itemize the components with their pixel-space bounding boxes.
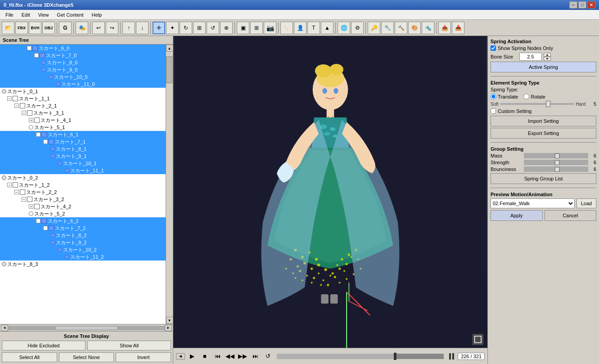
tree-item[interactable]: スカート_11_0 — [0, 81, 166, 88]
tree-item[interactable]: スカート_9_0 — [0, 66, 166, 73]
tree-item[interactable]: − スカート_1_2 — [0, 181, 166, 189]
vertical-scrollbar[interactable]: ▲ ▼ — [166, 45, 173, 324]
show-spring-nodes-checkbox[interactable] — [491, 45, 496, 51]
tree-item[interactable]: − スカート_7_0 — [0, 52, 166, 59]
bone-size-input[interactable] — [519, 53, 542, 61]
toolbar-obj[interactable]: OBJ — [42, 22, 55, 34]
show-all-button[interactable]: Show All — [87, 341, 171, 351]
close-button[interactable]: ✕ — [587, 1, 595, 9]
bone-size-down[interactable]: ▼ — [544, 57, 551, 61]
toolbar-move[interactable]: ↑ — [122, 22, 135, 34]
toolbar-fbx[interactable]: FBX — [15, 22, 28, 34]
expand-icon[interactable]: − — [43, 226, 48, 230]
tree-item[interactable]: スカート_10_2 — [0, 246, 166, 253]
bounciness-thumb[interactable] — [555, 167, 559, 172]
toolbar-down[interactable]: ↓ — [136, 22, 149, 34]
toolbar-reset[interactable]: ↺ — [207, 22, 219, 34]
strength-thumb[interactable] — [555, 160, 559, 165]
toolbar-bvh[interactable]: BVH — [29, 22, 41, 34]
playback-start-btn[interactable]: ◄ — [176, 353, 185, 360]
bone-size-up[interactable]: ▲ — [544, 53, 551, 57]
menu-view[interactable]: View — [35, 11, 53, 18]
scroll-track[interactable] — [166, 52, 173, 317]
tree-item[interactable]: スカート_9_2 — [0, 239, 166, 246]
menu-edit[interactable]: Edit — [18, 11, 34, 18]
viewport[interactable]: Render: Quick Shader Visible Faces Count… — [173, 36, 487, 348]
hscroll-track[interactable] — [8, 326, 165, 330]
tree-item[interactable]: − スカート_7_1 — [0, 138, 166, 145]
next-frame-btn[interactable]: ⏭ — [250, 351, 261, 361]
timeline-track[interactable] — [277, 354, 444, 359]
expand-icon[interactable]: − — [7, 183, 12, 187]
softhard-slider-container[interactable] — [500, 100, 574, 108]
toolbar-select-active[interactable]: ✛ — [153, 22, 165, 34]
mass-slider[interactable] — [524, 153, 588, 158]
cancel-button[interactable]: Cancel — [545, 210, 597, 221]
toolbar-open[interactable]: 📂 — [2, 22, 14, 34]
toolbar-export1[interactable]: 📤 — [438, 22, 451, 34]
tree-item[interactable]: スカート_8_1 — [0, 145, 166, 153]
expand-icon[interactable]: − — [43, 139, 48, 144]
toolbar-motion[interactable]: 🎭 — [76, 22, 88, 34]
play-button[interactable]: ▶ — [187, 351, 198, 361]
toolbar-tool1[interactable]: ⚙ — [351, 22, 364, 34]
toolbar-g[interactable]: G — [59, 22, 72, 34]
tree-item[interactable]: + スカート_4_1 — [0, 117, 166, 124]
toolbar-camera[interactable]: 📷 — [264, 22, 276, 34]
toolbar-color[interactable]: 🎨 — [408, 22, 421, 34]
toolbar-key[interactable]: 🔑 — [368, 22, 380, 34]
toolbar-tool3[interactable]: 🔨 — [395, 22, 407, 34]
menu-get-content[interactable]: Get Content — [53, 11, 87, 18]
toolbar-box[interactable]: ▣ — [237, 22, 249, 34]
expand-icon[interactable]: − — [22, 111, 26, 115]
hscroll-thumb[interactable] — [55, 326, 117, 330]
tree-item[interactable]: スカート_10_1 — [0, 160, 166, 167]
expand-icon[interactable]: − — [27, 46, 32, 50]
expand-icon[interactable]: + — [29, 118, 33, 122]
scroll-up-btn[interactable]: ▲ — [166, 45, 173, 52]
timeline-thumb[interactable] — [394, 353, 396, 360]
bounciness-slider[interactable] — [524, 166, 588, 172]
tree-item[interactable]: スカート_10_0 — [0, 73, 166, 81]
tree-item[interactable]: スカート_0_2 — [0, 174, 166, 181]
toolbar-tool2[interactable]: 🔧 — [381, 22, 394, 34]
custom-setting-checkbox[interactable] — [491, 108, 496, 114]
tree-item[interactable]: − スカート_6_1 — [0, 131, 166, 138]
rotate-option[interactable]: Rotate — [523, 94, 545, 99]
select-none-button[interactable]: Select None — [59, 352, 114, 362]
menu-file[interactable]: File — [2, 11, 17, 18]
scroll-thumb[interactable] — [166, 56, 172, 83]
rotate-radio[interactable] — [523, 94, 529, 99]
prev-frame-btn[interactable]: ⏮ — [212, 351, 223, 361]
tree-item[interactable]: − スカート_7_2 — [0, 225, 166, 232]
toolbar-grid[interactable]: ⊞ — [250, 22, 263, 34]
tree-item[interactable]: − スカート_3_2 — [0, 196, 166, 203]
maximize-button[interactable]: □ — [578, 1, 586, 9]
tree-item[interactable]: スカート_8_0 — [0, 59, 166, 66]
scroll-down-btn[interactable]: ▼ — [166, 317, 173, 324]
toolbar-figure[interactable]: 👤 — [294, 22, 306, 34]
tree-item[interactable]: + スカート_4_2 — [0, 203, 166, 210]
toolbar-rotate[interactable]: ↻ — [180, 22, 192, 34]
toolbar-t1[interactable]: T — [307, 22, 320, 34]
invert-button[interactable]: Invert — [116, 352, 171, 362]
tree-item[interactable]: − スカート_3_1 — [0, 109, 166, 117]
expand-icon[interactable]: − — [14, 103, 19, 108]
hide-excluded-button[interactable]: Hide Excluded — [2, 341, 86, 351]
toolbar-link[interactable]: ⊗ — [220, 22, 233, 34]
strength-slider[interactable] — [524, 160, 588, 165]
load-button[interactable]: Load — [576, 198, 596, 208]
tree-item[interactable]: スカート_11_2 — [0, 253, 166, 261]
tree-item[interactable]: − スカート_2_2 — [0, 189, 166, 196]
motion-select[interactable]: 02.Female_Walk — [491, 198, 575, 208]
expand-icon[interactable]: − — [14, 190, 19, 194]
menu-help[interactable]: Help — [88, 11, 106, 18]
tree-item[interactable]: スカート_8_2 — [0, 232, 166, 239]
expand-icon[interactable]: − — [34, 53, 39, 58]
toolbar-bone[interactable]: 🦴 — [280, 22, 293, 34]
loop-btn[interactable]: ↺ — [262, 351, 273, 361]
tree-item[interactable]: − スカート_1_1 — [0, 95, 166, 102]
horizontal-scrollbar[interactable]: ◄ ► — [0, 324, 173, 331]
toolbar-redo[interactable]: ↪ — [106, 22, 118, 34]
toolbar-undo[interactable]: ↩ — [92, 22, 105, 34]
